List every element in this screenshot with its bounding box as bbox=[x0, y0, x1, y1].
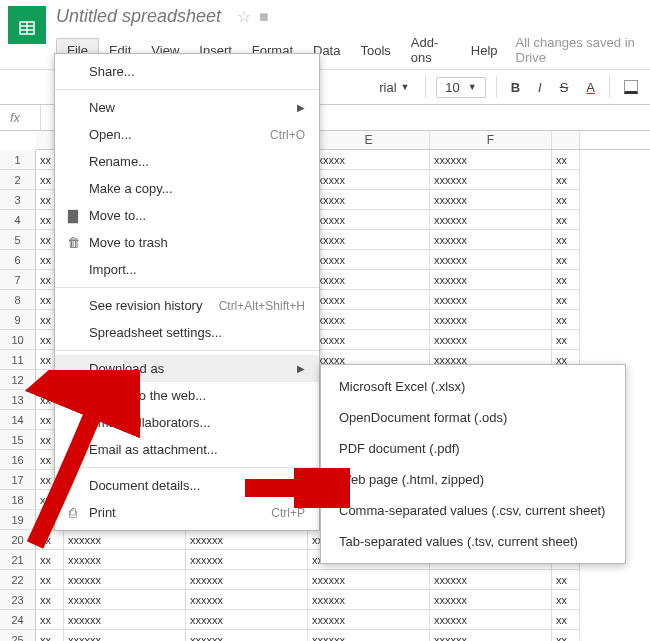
menu-help[interactable]: Help bbox=[461, 39, 508, 62]
cell[interactable]: xx bbox=[552, 570, 580, 590]
menu-tools[interactable]: Tools bbox=[350, 39, 400, 62]
cell[interactable]: xxxxxx bbox=[308, 150, 430, 170]
row-header[interactable]: 1 bbox=[0, 150, 36, 170]
cell[interactable]: xx bbox=[36, 550, 64, 570]
cell[interactable]: xx bbox=[552, 150, 580, 170]
cell[interactable]: xxxxxx bbox=[430, 270, 552, 290]
row-header[interactable]: 7 bbox=[0, 270, 36, 290]
cell[interactable]: xx bbox=[552, 210, 580, 230]
cell[interactable]: xx bbox=[552, 290, 580, 310]
cell[interactable]: xxxxxx bbox=[308, 610, 430, 630]
cell[interactable]: xxxxxx bbox=[186, 630, 308, 641]
cell[interactable]: xxxxxx bbox=[186, 570, 308, 590]
fill-color-button[interactable] bbox=[620, 78, 642, 96]
menu-import[interactable]: Import... bbox=[55, 256, 319, 283]
submenu-tsv[interactable]: Tab-separated values (.tsv, current shee… bbox=[321, 526, 625, 557]
cell[interactable]: xxxxxx bbox=[186, 550, 308, 570]
cell[interactable]: xxxxxx bbox=[64, 630, 186, 641]
cell[interactable]: xxxxxx bbox=[186, 530, 308, 550]
cell[interactable]: xxxxxx bbox=[308, 230, 430, 250]
row-header[interactable]: 22 bbox=[0, 570, 36, 590]
cell[interactable]: xxxxxx bbox=[308, 330, 430, 350]
row-header[interactable]: 21 bbox=[0, 550, 36, 570]
submenu-pdf[interactable]: PDF document (.pdf) bbox=[321, 433, 625, 464]
cell[interactable]: xx bbox=[552, 250, 580, 270]
cell[interactable]: xx bbox=[36, 610, 64, 630]
cell[interactable]: xxxxxx bbox=[308, 210, 430, 230]
cell[interactable]: xxxxxx bbox=[64, 550, 186, 570]
cell[interactable]: xx bbox=[552, 270, 580, 290]
row-header[interactable]: 11 bbox=[0, 350, 36, 370]
cell[interactable]: xxxxxx bbox=[430, 250, 552, 270]
row-header[interactable]: 24 bbox=[0, 610, 36, 630]
row-header[interactable]: 10 bbox=[0, 330, 36, 350]
folder-icon[interactable]: ■ bbox=[259, 8, 269, 26]
star-icon[interactable]: ☆ bbox=[237, 7, 251, 26]
menu-open[interactable]: Open...Ctrl+O bbox=[55, 121, 319, 148]
menu-share[interactable]: Share... bbox=[55, 58, 319, 85]
cell[interactable]: xx bbox=[552, 170, 580, 190]
cell[interactable]: xx bbox=[36, 590, 64, 610]
cell[interactable]: xxxxxx bbox=[64, 610, 186, 630]
cell[interactable]: xxxxxx bbox=[308, 590, 430, 610]
cell[interactable]: xx bbox=[552, 610, 580, 630]
cell[interactable]: xxxxxx bbox=[430, 330, 552, 350]
menu-rename[interactable]: Rename... bbox=[55, 148, 319, 175]
cell[interactable]: xxxxxx bbox=[430, 590, 552, 610]
row-header[interactable]: 6 bbox=[0, 250, 36, 270]
menu-new[interactable]: New▶ bbox=[55, 94, 319, 121]
sheets-logo[interactable] bbox=[8, 6, 46, 44]
submenu-csv[interactable]: Comma-separated values (.csv, current sh… bbox=[321, 495, 625, 526]
cell[interactable]: xxxxxx bbox=[430, 210, 552, 230]
cell[interactable]: xx bbox=[36, 630, 64, 641]
cell[interactable]: xxxxxx bbox=[430, 290, 552, 310]
cell[interactable]: xxxxxx bbox=[430, 190, 552, 210]
cell[interactable]: xxxxxx bbox=[308, 290, 430, 310]
cell[interactable]: xxxxxx bbox=[430, 310, 552, 330]
document-title[interactable]: Untitled spreadsheet bbox=[56, 6, 221, 27]
cell[interactable]: xx bbox=[552, 310, 580, 330]
cell[interactable]: xxxxxx bbox=[430, 610, 552, 630]
cell[interactable]: xxxxxx bbox=[308, 170, 430, 190]
cell[interactable]: xxxxxx bbox=[64, 590, 186, 610]
row-header[interactable]: 25 bbox=[0, 630, 36, 641]
menu-revision-history[interactable]: See revision historyCtrl+Alt+Shift+H bbox=[55, 292, 319, 319]
row-header[interactable]: 2 bbox=[0, 170, 36, 190]
menu-addons[interactable]: Add-ons bbox=[401, 31, 461, 69]
column-header[interactable]: E bbox=[308, 131, 430, 149]
row-header[interactable]: 9 bbox=[0, 310, 36, 330]
font-family-select[interactable]: rial ▼ bbox=[375, 78, 415, 97]
bold-button[interactable]: B bbox=[507, 78, 524, 97]
row-header[interactable]: 4 bbox=[0, 210, 36, 230]
italic-button[interactable]: I bbox=[534, 78, 546, 97]
cell[interactable]: xxxxxx bbox=[430, 570, 552, 590]
cell[interactable]: xx bbox=[552, 330, 580, 350]
cell[interactable]: xxxxxx bbox=[308, 190, 430, 210]
row-header[interactable]: 8 bbox=[0, 290, 36, 310]
column-header[interactable] bbox=[552, 131, 580, 149]
row-header[interactable]: 5 bbox=[0, 230, 36, 250]
submenu-html[interactable]: Web page (.html, zipped) bbox=[321, 464, 625, 495]
submenu-ods[interactable]: OpenDocument format (.ods) bbox=[321, 402, 625, 433]
row-header[interactable]: 23 bbox=[0, 590, 36, 610]
cell[interactable]: xxxxxx bbox=[430, 150, 552, 170]
cell[interactable]: xxxxxx bbox=[430, 630, 552, 641]
row-header[interactable]: 3 bbox=[0, 190, 36, 210]
cell[interactable]: xxxxxx bbox=[430, 170, 552, 190]
menu-move-to[interactable]: ▇Move to... bbox=[55, 202, 319, 229]
submenu-xlsx[interactable]: Microsoft Excel (.xlsx) bbox=[321, 371, 625, 402]
cell[interactable]: xxxxxx bbox=[308, 250, 430, 270]
cell[interactable]: xx bbox=[552, 590, 580, 610]
strikethrough-button[interactable]: S bbox=[556, 78, 573, 97]
cell[interactable]: xx bbox=[552, 190, 580, 210]
column-header[interactable]: F bbox=[430, 131, 552, 149]
cell[interactable]: xxxxxx bbox=[308, 570, 430, 590]
cell[interactable]: xx bbox=[36, 570, 64, 590]
cell[interactable]: xx bbox=[552, 630, 580, 641]
cell[interactable]: xxxxxx bbox=[308, 630, 430, 641]
cell[interactable]: xxxxxx bbox=[186, 610, 308, 630]
menu-move-to-trash[interactable]: 🗑Move to trash bbox=[55, 229, 319, 256]
cell[interactable]: xxxxxx bbox=[308, 270, 430, 290]
cell[interactable]: xx bbox=[552, 230, 580, 250]
font-size-select[interactable]: 10 ▼ bbox=[436, 77, 485, 98]
